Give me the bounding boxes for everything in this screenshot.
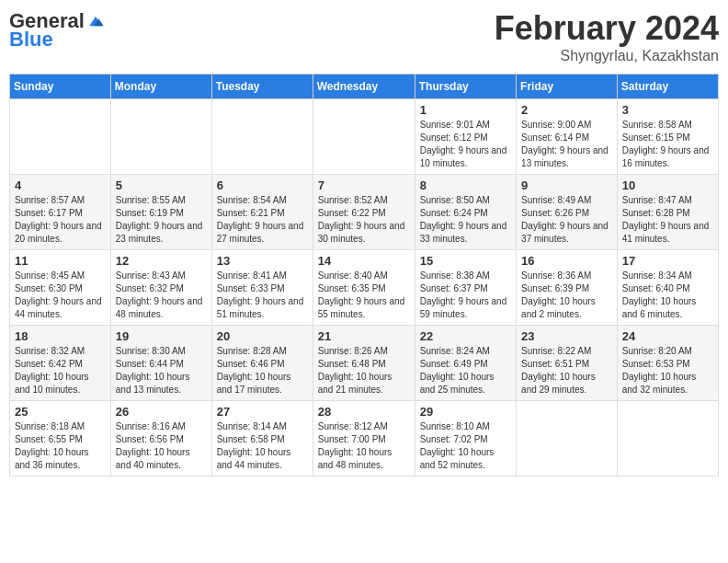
calendar-cell: 25Sunrise: 8:18 AMSunset: 6:55 PMDayligh… xyxy=(10,401,111,477)
day-number: 9 xyxy=(521,178,612,192)
day-number: 17 xyxy=(622,254,713,268)
day-info: Sunrise: 8:45 AMSunset: 6:30 PMDaylight:… xyxy=(15,270,106,321)
weekday-header-monday: Monday xyxy=(110,75,211,99)
weekday-header-friday: Friday xyxy=(517,75,618,99)
calendar-cell: 4Sunrise: 8:57 AMSunset: 6:17 PMDaylight… xyxy=(10,175,111,250)
day-info: Sunrise: 8:47 AMSunset: 6:28 PMDaylight:… xyxy=(622,194,713,246)
day-number: 3 xyxy=(622,103,713,117)
calendar-cell: 24Sunrise: 8:20 AMSunset: 6:53 PMDayligh… xyxy=(617,326,718,401)
calendar-week-2: 4Sunrise: 8:57 AMSunset: 6:17 PMDaylight… xyxy=(10,175,719,250)
calendar-cell: 20Sunrise: 8:28 AMSunset: 6:46 PMDayligh… xyxy=(211,326,313,401)
calendar-cell: 15Sunrise: 8:38 AMSunset: 6:37 PMDayligh… xyxy=(415,250,516,326)
calendar-cell: 10Sunrise: 8:47 AMSunset: 6:28 PMDayligh… xyxy=(617,175,718,250)
day-number: 5 xyxy=(116,178,207,192)
calendar-cell xyxy=(211,99,313,175)
day-info: Sunrise: 8:32 AMSunset: 6:42 PMDaylight:… xyxy=(15,345,106,396)
calendar-cell xyxy=(110,99,211,175)
logo-icon xyxy=(86,12,105,30)
day-info: Sunrise: 8:36 AMSunset: 6:39 PMDaylight:… xyxy=(521,270,612,321)
calendar-cell: 3Sunrise: 8:58 AMSunset: 6:15 PMDaylight… xyxy=(617,99,718,175)
calendar-cell: 12Sunrise: 8:43 AMSunset: 6:32 PMDayligh… xyxy=(110,250,211,326)
day-info: Sunrise: 8:10 AMSunset: 7:02 PMDaylight:… xyxy=(420,420,511,472)
weekday-header-saturday: Saturday xyxy=(617,75,718,99)
day-info: Sunrise: 8:38 AMSunset: 6:37 PMDaylight:… xyxy=(420,270,511,321)
main-title: February 2024 xyxy=(495,9,719,48)
day-info: Sunrise: 8:16 AMSunset: 6:56 PMDaylight:… xyxy=(116,420,207,472)
day-number: 4 xyxy=(15,178,106,192)
calendar-cell: 13Sunrise: 8:41 AMSunset: 6:33 PMDayligh… xyxy=(211,250,313,326)
calendar-cell: 28Sunrise: 8:12 AMSunset: 7:00 PMDayligh… xyxy=(313,401,415,477)
day-info: Sunrise: 8:28 AMSunset: 6:46 PMDaylight:… xyxy=(217,345,308,396)
calendar-week-1: 1Sunrise: 9:01 AMSunset: 6:12 PMDaylight… xyxy=(10,99,719,175)
day-info: Sunrise: 8:26 AMSunset: 6:48 PMDaylight:… xyxy=(318,345,410,396)
page-header: General Blue February 2024 Shyngyrlau, K… xyxy=(9,9,719,64)
day-number: 1 xyxy=(420,103,511,117)
day-number: 16 xyxy=(521,254,612,268)
day-number: 15 xyxy=(420,254,511,268)
calendar-cell: 14Sunrise: 8:40 AMSunset: 6:35 PMDayligh… xyxy=(313,250,415,326)
calendar-cell: 2Sunrise: 9:00 AMSunset: 6:14 PMDaylight… xyxy=(517,99,618,175)
calendar-cell: 11Sunrise: 8:45 AMSunset: 6:30 PMDayligh… xyxy=(10,250,111,326)
calendar-cell: 26Sunrise: 8:16 AMSunset: 6:56 PMDayligh… xyxy=(110,401,211,477)
day-info: Sunrise: 8:57 AMSunset: 6:17 PMDaylight:… xyxy=(15,194,106,246)
logo-blue-text: Blue xyxy=(9,28,53,52)
day-number: 13 xyxy=(217,254,308,268)
calendar-cell xyxy=(10,99,111,175)
calendar-cell: 5Sunrise: 8:55 AMSunset: 6:19 PMDaylight… xyxy=(110,175,211,250)
day-number: 12 xyxy=(116,254,207,268)
calendar-cell: 18Sunrise: 8:32 AMSunset: 6:42 PMDayligh… xyxy=(10,326,111,401)
day-info: Sunrise: 8:40 AMSunset: 6:35 PMDaylight:… xyxy=(318,270,410,321)
day-number: 18 xyxy=(15,329,106,343)
calendar-cell: 6Sunrise: 8:54 AMSunset: 6:21 PMDaylight… xyxy=(211,175,313,250)
calendar-week-3: 11Sunrise: 8:45 AMSunset: 6:30 PMDayligh… xyxy=(10,250,719,326)
day-info: Sunrise: 8:14 AMSunset: 6:58 PMDaylight:… xyxy=(217,420,308,472)
day-info: Sunrise: 9:01 AMSunset: 6:12 PMDaylight:… xyxy=(420,119,511,170)
weekday-header-wednesday: Wednesday xyxy=(313,75,415,99)
day-number: 11 xyxy=(15,254,106,268)
day-number: 10 xyxy=(622,178,713,192)
calendar-cell: 17Sunrise: 8:34 AMSunset: 6:40 PMDayligh… xyxy=(617,250,718,326)
title-block: February 2024 Shyngyrlau, Kazakhstan xyxy=(495,9,719,64)
calendar-cell: 19Sunrise: 8:30 AMSunset: 6:44 PMDayligh… xyxy=(110,326,211,401)
calendar-cell: 16Sunrise: 8:36 AMSunset: 6:39 PMDayligh… xyxy=(517,250,618,326)
day-number: 28 xyxy=(318,405,410,419)
calendar-cell: 27Sunrise: 8:14 AMSunset: 6:58 PMDayligh… xyxy=(211,401,313,477)
day-number: 25 xyxy=(15,405,106,419)
day-number: 23 xyxy=(521,329,612,343)
calendar-table: SundayMondayTuesdayWednesdayThursdayFrid… xyxy=(9,74,719,477)
day-number: 7 xyxy=(318,178,410,192)
calendar-cell xyxy=(617,401,718,477)
day-info: Sunrise: 8:18 AMSunset: 6:55 PMDaylight:… xyxy=(15,420,106,472)
calendar-cell: 9Sunrise: 8:49 AMSunset: 6:26 PMDaylight… xyxy=(517,175,618,250)
calendar-cell xyxy=(313,99,415,175)
day-number: 27 xyxy=(217,405,308,419)
day-info: Sunrise: 8:55 AMSunset: 6:19 PMDaylight:… xyxy=(116,194,207,246)
calendar-cell xyxy=(517,401,618,477)
weekday-header-sunday: Sunday xyxy=(10,75,111,99)
calendar-cell: 1Sunrise: 9:01 AMSunset: 6:12 PMDaylight… xyxy=(415,99,516,175)
day-number: 6 xyxy=(217,178,308,192)
day-number: 29 xyxy=(420,405,511,419)
calendar-cell: 21Sunrise: 8:26 AMSunset: 6:48 PMDayligh… xyxy=(313,326,415,401)
weekday-header-thursday: Thursday xyxy=(415,75,516,99)
day-number: 21 xyxy=(318,329,410,343)
calendar-week-4: 18Sunrise: 8:32 AMSunset: 6:42 PMDayligh… xyxy=(10,326,719,401)
day-info: Sunrise: 8:50 AMSunset: 6:24 PMDaylight:… xyxy=(420,194,511,246)
day-info: Sunrise: 8:52 AMSunset: 6:22 PMDaylight:… xyxy=(318,194,410,246)
day-info: Sunrise: 8:20 AMSunset: 6:53 PMDaylight:… xyxy=(622,345,713,396)
day-number: 24 xyxy=(622,329,713,343)
day-number: 22 xyxy=(420,329,511,343)
calendar-cell: 29Sunrise: 8:10 AMSunset: 7:02 PMDayligh… xyxy=(415,401,516,477)
day-info: Sunrise: 8:30 AMSunset: 6:44 PMDaylight:… xyxy=(116,345,207,396)
day-number: 20 xyxy=(217,329,308,343)
calendar-cell: 23Sunrise: 8:22 AMSunset: 6:51 PMDayligh… xyxy=(517,326,618,401)
day-info: Sunrise: 8:12 AMSunset: 7:00 PMDaylight:… xyxy=(318,420,410,472)
weekday-header-tuesday: Tuesday xyxy=(211,75,313,99)
calendar-cell: 7Sunrise: 8:52 AMSunset: 6:22 PMDaylight… xyxy=(313,175,415,250)
day-info: Sunrise: 9:00 AMSunset: 6:14 PMDaylight:… xyxy=(521,119,612,170)
calendar-cell: 22Sunrise: 8:24 AMSunset: 6:49 PMDayligh… xyxy=(415,326,516,401)
day-info: Sunrise: 8:41 AMSunset: 6:33 PMDaylight:… xyxy=(217,270,308,321)
sub-title: Shyngyrlau, Kazakhstan xyxy=(495,48,719,64)
day-info: Sunrise: 8:22 AMSunset: 6:51 PMDaylight:… xyxy=(521,345,612,396)
day-number: 8 xyxy=(420,178,511,192)
